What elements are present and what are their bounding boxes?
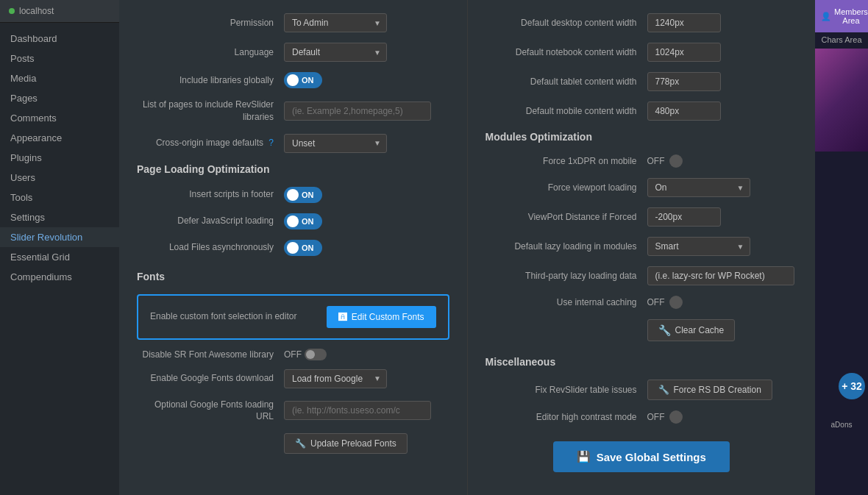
page-loading-heading: Page Loading Optimization [137, 163, 449, 175]
wrench-icon-rs: 🔧 [658, 385, 669, 395]
fonts-section: Fonts Enable custom font selection in ed… [137, 271, 449, 455]
permission-select-wrapper[interactable]: To Admin ▼ [284, 13, 387, 32]
edit-icon: 🅰 [338, 312, 347, 322]
lazy-loading-select-wrapper[interactable]: Smart ▼ [647, 237, 750, 256]
sidebar-item-essential-grid[interactable]: Essential Grid [0, 247, 119, 267]
permission-select[interactable]: To Admin [284, 13, 387, 32]
third-party-lazy-value: (i.e. lazy-src for WP Rocket) [647, 266, 794, 285]
sidebar-item-posts[interactable]: Posts [0, 49, 119, 68]
modules-optimization-section: Modules Optimization Force 1xDPR on mobi… [485, 131, 798, 341]
defer-js-label: Defer JavaScript loading [137, 215, 284, 227]
update-preload-button[interactable]: 🔧 Update Preload Fonts [284, 433, 408, 454]
permission-label: Permission [137, 17, 284, 29]
internal-caching-toggle[interactable]: OFF [647, 296, 683, 309]
enable-custom-font-label: Enable custom font selection in editor [150, 310, 296, 323]
members-icon: 👤 [821, 12, 831, 21]
desktop-width-label: Default desktop content width [485, 18, 647, 28]
wrench-icon: 🔧 [295, 438, 306, 449]
language-select[interactable]: Default [284, 43, 387, 62]
language-select-wrapper[interactable]: Default ▼ [284, 43, 387, 62]
force-viewport-select-wrapper[interactable]: On ▼ [647, 178, 750, 197]
force-viewport-label: Force viewport loading [485, 182, 647, 193]
toggle-on-label-3: ON [302, 217, 314, 226]
google-url-label: Optional Google Fonts loading URL [137, 399, 284, 424]
sidebar-item-tools[interactable]: Tools [0, 188, 119, 207]
content-widths-section: Default desktop content width 1240px Def… [485, 13, 798, 121]
high-contrast-toggle[interactable]: OFF [647, 410, 683, 424]
chars-area-button[interactable]: Chars Area [817, 32, 866, 47]
miscellaneous-section: Miscellaneous Fix RevSlider table issues… [485, 356, 798, 472]
clear-cache-button[interactable]: 🔧 Clear Cache [647, 319, 736, 341]
sidebar-item-settings[interactable]: Settings [0, 207, 119, 227]
edit-custom-fonts-button[interactable]: 🅰 Edit Custom Fonts [327, 306, 436, 328]
force-dpr-label: Force 1xDPR on mobile [485, 156, 647, 166]
pages-list-input-wrap [284, 102, 431, 121]
toggle-on-label-4: ON [302, 243, 314, 252]
force-viewport-row: Force viewport loading On ▼ [485, 178, 798, 197]
sidebar-item-compendiums[interactable]: Compendiums [0, 267, 119, 287]
sidebar-item-dashboard[interactable]: Dashboard [0, 29, 119, 49]
google-fonts-select-wrapper[interactable]: Load from Google ▼ [284, 369, 387, 388]
notebook-width-row: Default notebook content width 1024px [485, 43, 798, 62]
force-dpr-toggle[interactable]: OFF [647, 154, 683, 168]
sidebar-item-users[interactable]: Users [0, 168, 119, 188]
insert-scripts-toggle[interactable]: ON [284, 187, 322, 203]
mobile-width-value: 480px [647, 102, 721, 121]
google-url-input-wrap [284, 401, 431, 420]
internal-caching-row: Use internal caching OFF [485, 296, 798, 309]
pages-list-input[interactable] [284, 102, 431, 121]
desktop-width-value: 1240px [647, 13, 721, 32]
right-overlay: 👤 Members Area Chars Area + 32 aDons [815, 0, 868, 495]
viewport-distance-row: ViewPort Distance if Forced -200px [485, 207, 798, 227]
pages-list-label: List of pages to include RevSlider libra… [137, 99, 284, 124]
notebook-width-label: Default notebook content width [485, 47, 647, 57]
high-contrast-dot [669, 410, 683, 424]
sidebar-item-slider-revolution[interactable]: Slider Revolution [0, 227, 119, 247]
force-dpr-row: Force 1xDPR on mobile OFF [485, 154, 798, 168]
plus-button[interactable]: + 32 [839, 373, 865, 399]
miscellaneous-heading: Miscellaneous [485, 356, 798, 368]
load-files-toggle[interactable]: ON [284, 240, 322, 256]
toggle-on-label: ON [302, 76, 314, 85]
members-area-button[interactable]: 👤 Members Area [815, 0, 868, 32]
defer-js-toggle[interactable]: ON [284, 213, 322, 229]
sidebar-menu: Dashboard Posts Media Pages Comments App… [0, 23, 119, 293]
desktop-width-row: Default desktop content width 1240px [485, 13, 798, 32]
members-label: Members Area [834, 7, 868, 25]
toggle-circle [287, 74, 299, 86]
right-panel: Default desktop content width 1240px Def… [468, 0, 816, 495]
force-rs-db-button[interactable]: 🔧 Force RS DB Creation [647, 380, 772, 400]
disable-font-awesome-value: OFF [284, 349, 302, 360]
internal-caching-label: Use internal caching [485, 297, 647, 307]
force-dpr-value: OFF [647, 156, 665, 166]
pages-list-row: List of pages to include RevSlider libra… [137, 99, 449, 124]
cross-origin-help-icon[interactable]: ? [268, 138, 274, 148]
sidebar-item-media[interactable]: Media [0, 68, 119, 88]
save-icon: 💾 [577, 450, 591, 463]
tablet-width-row: Default tablet content width 778px [485, 72, 798, 91]
sidebar-item-appearance[interactable]: Appearance [0, 128, 119, 148]
sidebar-item-comments[interactable]: Comments [0, 108, 119, 128]
cross-origin-select-wrapper[interactable]: Unset ▼ [284, 134, 387, 153]
save-area: 💾 Save Global Settings [485, 441, 798, 472]
main-content: Permission To Admin ▼ Language Default ▼ [119, 0, 868, 495]
third-party-lazy-label: Third-party lazy loading data [485, 271, 647, 281]
save-global-settings-button[interactable]: 💾 Save Global Settings [553, 441, 730, 472]
high-contrast-value: OFF [647, 412, 665, 422]
google-fonts-select[interactable]: Load from Google [284, 369, 387, 388]
cross-origin-select[interactable]: Unset [284, 134, 387, 153]
insert-scripts-label: Insert scripts in footer [137, 188, 284, 201]
language-label: Language [137, 46, 284, 59]
sidebar-item-plugins[interactable]: Plugins [0, 148, 119, 168]
lazy-loading-select[interactable]: Smart [647, 237, 750, 256]
include-libraries-toggle[interactable]: ON [284, 72, 322, 88]
force-viewport-select[interactable]: On [647, 178, 750, 197]
google-url-input[interactable] [284, 401, 431, 420]
sidebar-site-header: localhost [0, 0, 119, 23]
permission-row: Permission To Admin ▼ [137, 13, 449, 32]
toggle-circle-2 [287, 189, 299, 201]
disable-font-awesome-toggle[interactable]: OFF [284, 349, 327, 360]
wrench-icon-cache: 🔧 [658, 324, 671, 336]
left-panel: Permission To Admin ▼ Language Default ▼ [119, 0, 468, 495]
sidebar-item-pages[interactable]: Pages [0, 88, 119, 108]
